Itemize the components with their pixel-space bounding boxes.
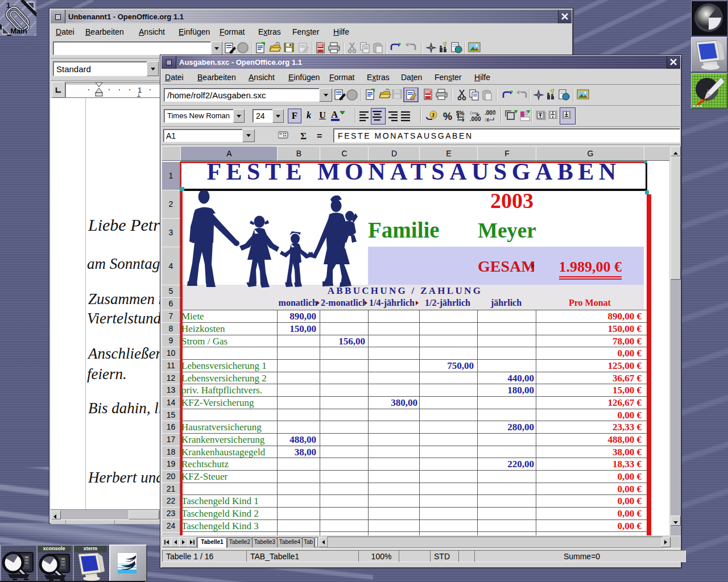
svg-text:0: 0 — [493, 110, 495, 116]
svg-text:=: = — [317, 131, 322, 141]
svg-text:1: 1 — [6, 1, 10, 10]
svg-text:A: A — [331, 109, 338, 120]
svg-text:J: J — [432, 111, 435, 118]
svg-text:0: 0 — [485, 117, 487, 123]
svg-text:Main: Main — [10, 27, 27, 35]
svg-text:0: 0 — [470, 110, 473, 116]
svg-text:Σ: Σ — [300, 131, 307, 142]
svg-text:%: % — [443, 111, 452, 122]
svg-text:.000: .000 — [470, 116, 481, 122]
svg-text:$%: $% — [456, 110, 465, 117]
svg-text:1: 1 — [138, 86, 142, 94]
